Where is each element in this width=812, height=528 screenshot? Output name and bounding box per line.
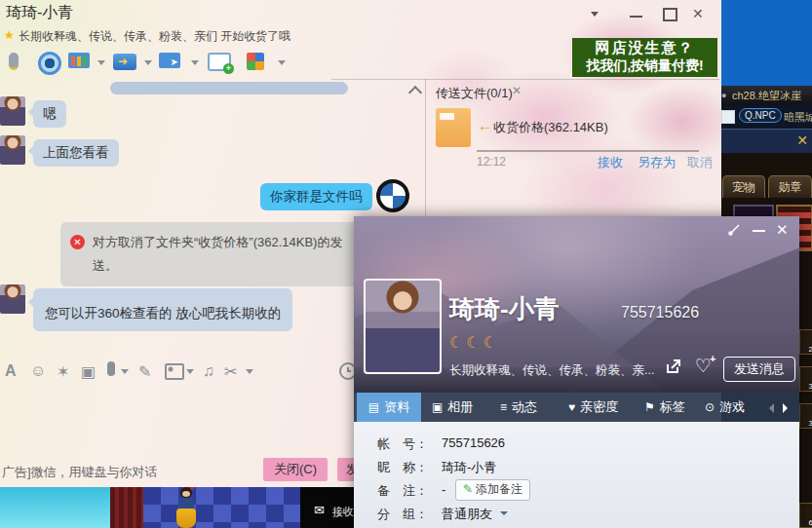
bubble-tail	[28, 296, 34, 308]
peer-avatar[interactable]	[0, 284, 25, 314]
mail-label[interactable]: 接收	[332, 505, 354, 519]
close-icon[interactable]: ✕	[692, 7, 704, 20]
stage-curtain	[110, 487, 143, 528]
send-file-icon[interactable]: ➜	[113, 51, 138, 74]
sphere-icon: ●	[721, 91, 726, 100]
game-channel-bar: ● ch28.绝望冰崖	[719, 86, 812, 105]
screen-share-dropdown-icon[interactable]	[97, 60, 105, 65]
inventory-slot[interactable]: 3	[799, 366, 812, 392]
file-time: 12:12	[477, 155, 506, 169]
tabs-scroll-left-icon[interactable]	[769, 403, 774, 413]
profile-qq-number: 755715626	[621, 304, 699, 321]
panel-divider-h	[331, 79, 719, 80]
field-value-group[interactable]: 普通朋友	[442, 506, 492, 523]
profile-name: 琦琦-小青	[449, 292, 560, 326]
tab-label: 资料	[384, 399, 409, 414]
moon-icon: ☾	[466, 334, 483, 351]
screen-share-icon[interactable]	[68, 51, 94, 74]
share-icon[interactable]	[664, 357, 683, 376]
edit-note-icon[interactable]: ✎	[138, 362, 151, 381]
error-icon: ✕	[70, 235, 85, 249]
maximize-icon[interactable]	[663, 8, 677, 21]
group-dropdown-icon[interactable]	[500, 511, 508, 515]
peer-avatar[interactable]	[0, 96, 25, 126]
screenshot-dropdown-icon[interactable]	[246, 369, 253, 374]
close-chat-button[interactable]: 关闭(C)	[263, 458, 328, 481]
inventory-slot[interactable]: 3	[799, 403, 812, 429]
slot-count: 3	[809, 382, 812, 391]
tab-album[interactable]: ▣相册	[432, 393, 473, 422]
ad-banner[interactable]: 网店没生意？ 找我们,按销量付费!	[572, 38, 717, 77]
game-title-bar: ✕	[719, 129, 812, 153]
tab-intimacy[interactable]: ♥亲密度	[568, 393, 618, 422]
tab-label: 动态	[512, 399, 537, 414]
ad-banner-line1: 网店没生意？	[572, 39, 717, 57]
voice-call-icon[interactable]	[2, 51, 25, 74]
emoji-icon[interactable]: ☺	[30, 362, 46, 380]
character-dress	[176, 509, 196, 528]
screenshot-scissors-icon[interactable]: ✂	[224, 362, 237, 381]
send-file-dropdown-icon[interactable]	[144, 60, 152, 65]
voice-input-icon[interactable]	[107, 361, 115, 376]
file-panel-close-icon[interactable]: ✕	[512, 84, 522, 97]
game-channel-label: ch28.绝望冰崖	[732, 89, 801, 103]
create-chat-icon[interactable]: +	[208, 51, 233, 74]
game-close-icon[interactable]: ✕	[796, 132, 808, 148]
remote-desktop-icon[interactable]: ➤	[159, 51, 184, 74]
magic-wand-icon[interactable]: ✶	[57, 362, 69, 381]
send-image-icon[interactable]	[165, 363, 184, 380]
qq-apps-dropdown-icon[interactable]	[278, 60, 286, 65]
desktop-background	[719, 0, 812, 86]
mail-envelope-icon[interactable]: ✉	[314, 503, 325, 517]
inventory-slot[interactable]: 2	[799, 329, 812, 355]
game-mail-box: ✉ 接收	[300, 487, 354, 528]
qq-level-moons: ☾☾☾	[449, 333, 500, 352]
cancel-link[interactable]: 取消	[687, 154, 713, 171]
collapse-panel-icon[interactable]	[408, 86, 422, 99]
tab-feed[interactable]: ≡动态	[500, 393, 537, 422]
bubble-tail	[28, 106, 34, 118]
save-as-link[interactable]: 另存为	[638, 154, 676, 171]
star-icon: ★	[4, 28, 15, 42]
field-label: 昵 称：	[377, 459, 428, 476]
profile-signature: 长期收释魂、传说、传承、粉装、亲...	[449, 362, 660, 379]
tab-game[interactable]: ⊙游戏	[705, 393, 745, 422]
bubble-tail	[365, 189, 370, 201]
accept-link[interactable]: 接收	[598, 154, 623, 171]
tabs-scroll-right-icon[interactable]	[783, 403, 788, 413]
qq-apps-icon[interactable]	[247, 51, 272, 74]
game-npc-row: Q.NPC 暗黑城	[719, 105, 812, 129]
game-tab-pet[interactable]: 宠物	[722, 175, 765, 198]
voice-input-dropdown-icon[interactable]	[121, 369, 129, 374]
self-avatar-bmw[interactable]	[376, 179, 409, 212]
menu-arrow-icon[interactable]	[591, 12, 599, 17]
profile-close-icon[interactable]: ✕	[776, 221, 789, 239]
window-shake-icon[interactable]: ▣	[81, 362, 96, 381]
inventory-slot[interactable]: 6	[799, 503, 812, 528]
profile-minimize-icon[interactable]	[753, 230, 765, 232]
tab-profile[interactable]: ▤资料	[357, 393, 421, 422]
profile-avatar[interactable]	[364, 279, 442, 374]
slot-count: 2	[809, 345, 812, 354]
add-favorite-plus[interactable]: +	[710, 353, 715, 364]
panel-divider-v	[425, 79, 426, 217]
npc-button[interactable]: Q.NPC	[739, 108, 782, 123]
add-remark-button[interactable]: ✎添加备注	[455, 479, 530, 501]
video-call-icon[interactable]	[35, 51, 58, 74]
tab-label: 相册	[447, 399, 473, 414]
peer-avatar[interactable]	[0, 135, 25, 165]
window-icon[interactable]	[721, 110, 735, 124]
font-style-icon[interactable]: A	[5, 362, 17, 380]
feed-tab-icon: ≡	[500, 400, 507, 414]
send-message-button[interactable]: 发送消息	[723, 357, 795, 382]
tab-tag[interactable]: ⚑标签	[644, 393, 685, 422]
remote-desktop-dropdown-icon[interactable]	[191, 60, 199, 65]
theme-brush-icon[interactable]	[725, 223, 741, 239]
minimize-icon[interactable]	[630, 16, 642, 18]
ad-text: 广告]微信，用键盘与你对话	[2, 464, 158, 481]
game-tab-icon: ⊙	[705, 400, 715, 414]
music-icon[interactable]: ♫	[203, 362, 214, 380]
game-tab-medal[interactable]: 勋章	[768, 175, 812, 198]
send-image-dropdown-icon[interactable]	[186, 369, 194, 374]
system-message-text: 对方取消了文件夹“收货价格”(362.14KB)的发送。	[93, 235, 342, 273]
